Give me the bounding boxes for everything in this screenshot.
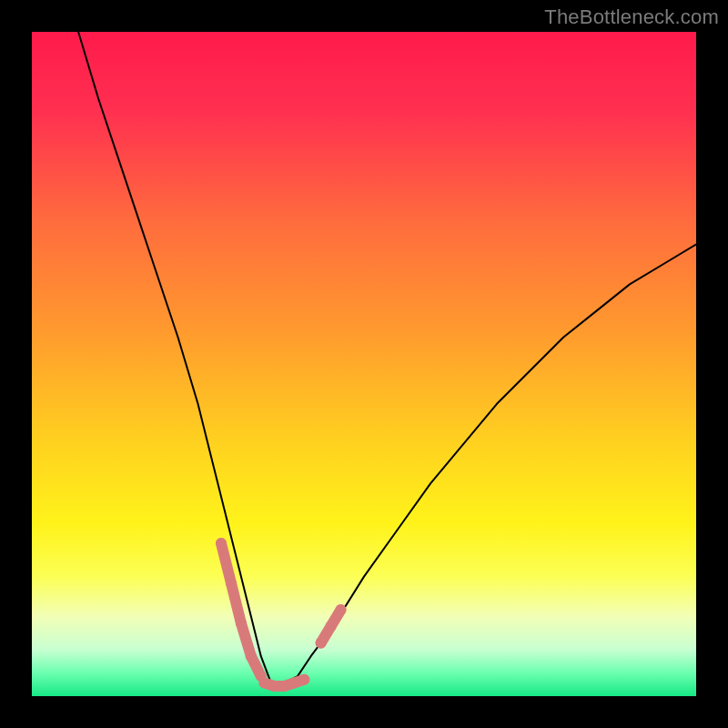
plot-area [32,32,696,696]
bottleneck-curve [78,32,696,682]
highlight-segment [331,610,341,626]
chart-frame: TheBottleneck.com [0,0,728,728]
highlight-segment [231,583,241,623]
highlight-segment [221,543,231,583]
highlight-segment [251,656,261,676]
curve-layer [32,32,696,696]
highlight-markers [216,538,347,692]
watermark-text: TheBottleneck.com [544,5,719,29]
highlight-segment [294,680,304,683]
